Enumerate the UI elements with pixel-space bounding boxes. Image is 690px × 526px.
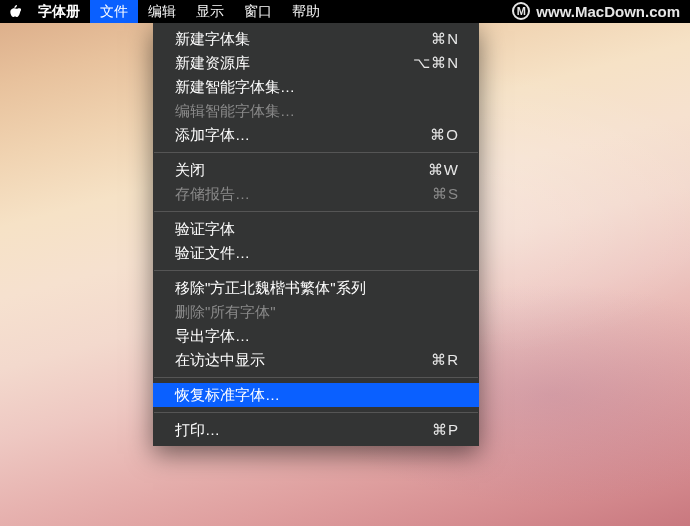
- menu-item-label: 导出字体…: [175, 327, 459, 346]
- menu-item-label: 添加字体…: [175, 126, 430, 145]
- menu-item-shortcut: ⌥⌘N: [413, 54, 459, 72]
- menubar: 字体册 文件编辑显示窗口帮助: [0, 0, 690, 23]
- menu-item-3-2[interactable]: 导出字体…: [153, 324, 479, 348]
- menubar-item-2[interactable]: 显示: [186, 0, 234, 23]
- file-menu-dropdown: 新建字体集⌘N新建资源库⌥⌘N新建智能字体集…编辑智能字体集…添加字体…⌘O关闭…: [153, 23, 479, 446]
- menu-item-3-0[interactable]: 移除"方正北魏楷书繁体"系列: [153, 276, 479, 300]
- menu-item-label: 编辑智能字体集…: [175, 102, 459, 121]
- menu-separator: [154, 152, 478, 153]
- menu-item-label: 移除"方正北魏楷书繁体"系列: [175, 279, 459, 298]
- apple-menu-icon[interactable]: [0, 0, 28, 23]
- menubar-item-4[interactable]: 帮助: [282, 0, 330, 23]
- menu-item-4-0[interactable]: 恢复标准字体…: [153, 383, 479, 407]
- menu-item-shortcut: ⌘S: [432, 185, 459, 203]
- menu-item-shortcut: ⌘W: [428, 161, 459, 179]
- menu-item-0-4[interactable]: 添加字体…⌘O: [153, 123, 479, 147]
- menu-item-label: 新建智能字体集…: [175, 78, 459, 97]
- menu-item-label: 删除"所有字体": [175, 303, 459, 322]
- menu-separator: [154, 270, 478, 271]
- menubar-app-name[interactable]: 字体册: [28, 0, 90, 23]
- menu-item-shortcut: ⌘R: [431, 351, 459, 369]
- menu-item-5-0[interactable]: 打印…⌘P: [153, 418, 479, 442]
- menu-separator: [154, 412, 478, 413]
- menubar-item-3[interactable]: 窗口: [234, 0, 282, 23]
- menu-item-0-1[interactable]: 新建资源库⌥⌘N: [153, 51, 479, 75]
- menu-item-2-1[interactable]: 验证文件…: [153, 241, 479, 265]
- menu-item-shortcut: ⌘N: [431, 30, 459, 48]
- menubar-item-1[interactable]: 编辑: [138, 0, 186, 23]
- menu-item-1-1: 存储报告…⌘S: [153, 182, 479, 206]
- menu-item-3-3[interactable]: 在访达中显示⌘R: [153, 348, 479, 372]
- menu-item-shortcut: ⌘O: [430, 126, 459, 144]
- menu-item-shortcut: ⌘P: [432, 421, 459, 439]
- menu-separator: [154, 377, 478, 378]
- menu-item-3-1: 删除"所有字体": [153, 300, 479, 324]
- menu-item-2-0[interactable]: 验证字体: [153, 217, 479, 241]
- menu-item-0-0[interactable]: 新建字体集⌘N: [153, 27, 479, 51]
- menu-item-0-3: 编辑智能字体集…: [153, 99, 479, 123]
- menu-item-label: 存储报告…: [175, 185, 432, 204]
- menu-item-label: 验证字体: [175, 220, 459, 239]
- menu-item-label: 在访达中显示: [175, 351, 431, 370]
- menu-item-label: 新建字体集: [175, 30, 431, 49]
- menu-item-label: 验证文件…: [175, 244, 459, 263]
- menu-separator: [154, 211, 478, 212]
- menubar-item-0[interactable]: 文件: [90, 0, 138, 23]
- menu-item-0-2[interactable]: 新建智能字体集…: [153, 75, 479, 99]
- menu-item-label: 关闭: [175, 161, 428, 180]
- menu-item-label: 新建资源库: [175, 54, 413, 73]
- menu-item-1-0[interactable]: 关闭⌘W: [153, 158, 479, 182]
- menu-item-label: 打印…: [175, 421, 432, 440]
- menu-item-label: 恢复标准字体…: [175, 386, 459, 405]
